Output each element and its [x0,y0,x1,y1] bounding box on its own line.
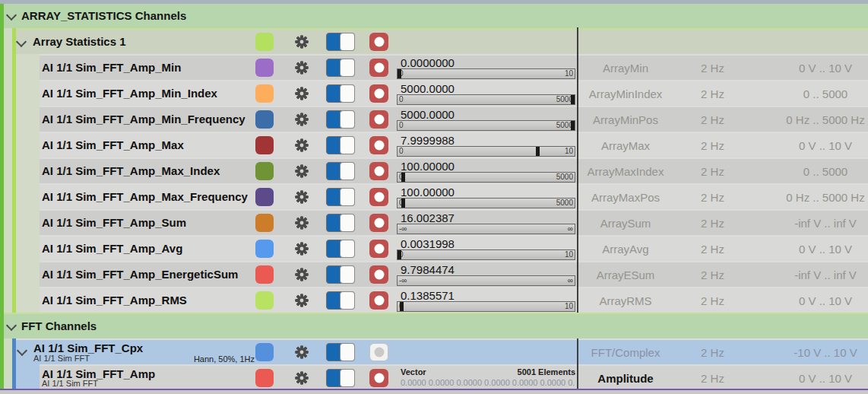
channel-store-button[interactable] [369,59,388,77]
section-header-fft[interactable]: FFT Channels [0,313,868,338]
channel-settings-button[interactable] [295,268,309,281]
channel-settings-button[interactable] [295,242,309,256]
channel-enable-toggle[interactable] [326,84,355,103]
channel-row[interactable]: AI 1/1 Sim_FFT_Amp_Max_Index 100.00000 0… [0,159,868,183]
channel-color-swatch[interactable] [255,162,274,180]
channel-store-button[interactable] [369,214,388,232]
channel-store-button[interactable] [369,33,388,51]
channel-color-swatch[interactable] [255,110,274,129]
channel-color-swatch[interactable] [255,265,274,284]
channel-color-swatch[interactable] [255,291,274,310]
channel-store-button[interactable] [369,240,388,258]
measurement-type: FFT/Complex [580,346,671,359]
channel-setup-panel: ARRAY_STATISTICS Channels Array Statisti… [0,0,868,394]
channel-store-button[interactable] [369,291,388,310]
bar-value-marker [536,147,540,156]
channel-store-button[interactable] [369,84,388,103]
channel-row[interactable]: AI 1/1 Sim_FFT_Amp_Avg 0.0031998 0 10 Ar… [0,237,868,261]
channel-settings-button[interactable] [295,87,309,100]
channel-settings-button[interactable] [295,164,309,178]
channel-settings-button[interactable] [295,113,309,126]
channel-enable-toggle[interactable] [326,136,355,154]
store-dot-icon [374,348,384,357]
value-range: 0 Hz .. 5000 Hz [765,113,868,126]
update-rate: 2 Hz [688,217,737,230]
measurement-type: ArrayRMS [580,294,671,307]
channel-color-swatch[interactable] [255,369,274,387]
channel-source-label: AI 1/1 Sim FFT [33,354,90,363]
channel-value-cell: 5000.0000 0 5000 [397,81,575,106]
channel-row[interactable]: AI 1/1 Sim_FFT_Amp_Min_Index 5000.0000 0… [0,81,868,106]
gear-icon [295,138,309,152]
channel-value-cell: 5000.0000 0 5000 [397,107,575,132]
channel-enable-toggle[interactable] [326,162,355,180]
channel-store-button[interactable] [369,369,388,387]
channel-color-swatch[interactable] [255,343,274,361]
channel-color-swatch[interactable] [255,84,274,103]
channel-settings-button[interactable] [295,138,309,152]
channel-row[interactable]: AI 1/1 Sim_FFT_Amp_EnergeticSum 9.798447… [0,262,868,287]
channel-color-swatch[interactable] [255,240,274,258]
channel-color-swatch[interactable] [255,214,274,232]
section-header-array-statistics[interactable]: ARRAY_STATISTICS Channels [0,4,868,30]
channel-row[interactable]: AI 1/1 Sim_FFT_Amp_Sum 16.002387 -∞ ∞ Ar… [0,211,868,235]
array-channel-indent-column [16,54,40,313]
measurement-type: ArrayMinPos [580,113,671,126]
channel-row[interactable]: AI 1/1 Sim_FFT_Amp_RMS 0.1385571 0 10 Ar… [0,288,868,313]
channel-color-swatch[interactable] [255,33,274,51]
channel-store-button[interactable] [369,162,388,180]
channel-store-button[interactable] [369,136,388,154]
channel-settings-button[interactable] [295,35,309,49]
gear-icon [295,87,309,100]
channel-enable-toggle[interactable] [326,369,355,387]
channel-enable-toggle[interactable] [326,59,355,77]
value-range: 0 V .. 10 V [765,62,868,75]
channel-name: AI 1/1 Sim_FFT_Amp_Max [42,138,184,151]
channel-store-button[interactable] [369,110,388,129]
value-range: 0 V .. 10 V [765,139,868,152]
channel-enable-toggle[interactable] [326,265,355,284]
channel-store-button[interactable] [369,343,388,361]
channel-color-swatch[interactable] [255,136,274,154]
channel-store-button[interactable] [369,188,388,206]
channel-settings-button[interactable] [295,61,309,75]
collapse-chevron-icon[interactable] [6,10,17,21]
channel-enable-toggle[interactable] [326,214,355,232]
channel-row[interactable]: AI 1/1 Sim_FFT_Amp_Max 7.9999988 0 10 Ar… [0,133,868,157]
channel-store-button[interactable] [369,265,388,284]
group-row-array-statistics[interactable]: Array Statistics 1 [0,30,868,54]
channel-enable-toggle[interactable] [326,343,355,361]
channel-enable-toggle[interactable] [326,110,355,129]
channel-live-value: 0.1385571 [401,289,455,302]
store-dot-icon [374,115,384,125]
channel-row[interactable]: AI 1/1 Sim_FFT_Amp_Max_Frequency 100.000… [0,185,868,209]
channel-live-value: 5000.0000 [401,108,455,121]
left-border-stripe [0,0,4,394]
measurement-type: ArrayESum [580,268,671,281]
channel-live-value: 7.9999988 [401,134,455,147]
value-range: 0 .. 5000 [765,165,868,178]
channel-settings-button[interactable] [295,345,309,359]
channel-settings-button[interactable] [295,216,309,230]
store-dot-icon [374,218,384,228]
channel-enable-toggle[interactable] [326,240,355,258]
channel-row[interactable]: AI 1/1 Sim_FFT_Amp_Min 0.0000000 0 10 Ar… [0,56,868,80]
channel-settings-button[interactable] [295,371,309,385]
channel-settings-button[interactable] [295,190,309,204]
channel-color-swatch[interactable] [255,188,274,206]
channel-enable-toggle[interactable] [326,291,355,310]
toggle-knob [340,110,355,129]
channel-row-fft-cpx[interactable]: AI 1/1 Sim_FFT_Cpx AI 1/1 Sim FFT Hann, … [0,340,868,364]
measurement-type: ArrayMaxIndex [580,165,671,178]
channel-row-fft-amp[interactable]: AI 1/1 Sim_FFT_Amp AI 1/1 Sim FFT Vector… [0,366,868,389]
channel-settings-button[interactable] [295,294,309,307]
channel-color-swatch[interactable] [255,59,274,77]
channel-enable-toggle[interactable] [326,33,355,51]
channel-enable-toggle[interactable] [326,188,355,206]
channel-row[interactable]: AI 1/1 Sim_FFT_Amp_Min_Frequency 5000.00… [0,107,868,132]
collapse-chevron-icon[interactable] [6,320,17,331]
expand-chevron-icon[interactable] [17,345,27,356]
value-range-bar: 0 10 [397,68,575,79]
gear-icon [295,35,309,49]
collapse-chevron-icon[interactable] [16,37,27,47]
